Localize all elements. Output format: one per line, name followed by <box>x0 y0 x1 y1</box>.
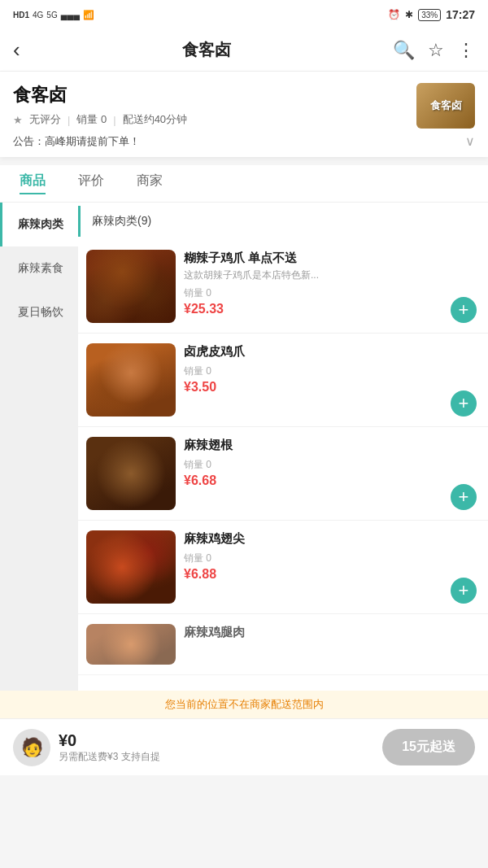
cart-note: 另需配送费¥3 支持自提 <box>59 750 160 764</box>
product-sales-1: 销量 0 <box>184 286 442 300</box>
product-info-4: 麻辣鸡翅尖 销量 0 ¥6.88 <box>184 530 442 582</box>
back-button[interactable]: ‹ <box>13 37 20 63</box>
product-image-3 <box>86 437 176 510</box>
add-button-2[interactable]: + <box>451 390 477 417</box>
product-price-2: ¥3.50 <box>184 380 442 395</box>
cart-avatar: 🧑 <box>13 729 50 766</box>
shop-name: 食客卤 <box>13 83 67 107</box>
nav-actions: 🔍 ☆ ⋮ <box>393 40 475 61</box>
tab-products[interactable]: 商品 <box>20 172 46 194</box>
add-button-4[interactable]: + <box>451 578 477 604</box>
notice-text: 公告：高峰期请提前下单！ <box>13 134 140 149</box>
battery-icon: 33% <box>418 9 441 21</box>
status-right: ⏰ ✱ 33% 17:27 <box>388 8 475 21</box>
product-image-4 <box>86 530 176 604</box>
expand-icon[interactable]: ∨ <box>465 133 475 149</box>
nav-bar: ‹ 食客卤 🔍 ☆ ⋮ <box>0 29 488 72</box>
product-name-4: 麻辣鸡翅尖 <box>184 530 442 547</box>
search-icon[interactable]: 🔍 <box>393 40 415 61</box>
product-desc-1: 这款胡辣子鸡爪是本店特色新... <box>184 268 442 282</box>
carrier-label: HD1 <box>13 11 29 20</box>
status-bar: HD1 4G 5G ▄▄▄ 📶 ⏰ ✱ 33% 17:27 <box>0 0 488 29</box>
product-item: 卤虎皮鸡爪 销量 0 ¥3.50 + <box>78 334 488 427</box>
product-item: 麻辣鸡翅尖 销量 0 ¥6.88 + <box>78 521 488 614</box>
checkout-button[interactable]: 15元起送 <box>382 729 475 765</box>
alarm-icon: ⏰ <box>388 9 400 20</box>
product-item: 麻辣翅根 销量 0 ¥6.68 + <box>78 427 488 521</box>
shop-notice: 公告：高峰期请提前下单！ ∨ <box>13 133 475 149</box>
product-name-5: 麻辣鸡腿肉 <box>184 624 477 640</box>
cart-person-icon: 🧑 <box>21 737 43 758</box>
cart-price: ¥0 <box>59 731 160 750</box>
product-item: 麻辣鸡腿肉 <box>78 614 488 675</box>
product-price-3: ¥6.68 <box>184 473 442 488</box>
network-5g: 5G <box>46 11 57 20</box>
network-4g: 4G <box>33 11 43 20</box>
shop-thumbnail: 食客卤 <box>416 83 475 129</box>
product-info-1: 糊辣子鸡爪 单点不送 这款胡辣子鸡爪是本店特色新... 销量 0 ¥25.33 <box>184 250 442 316</box>
product-name-3: 麻辣翅根 <box>184 437 442 453</box>
product-sales-3: 销量 0 <box>184 458 442 472</box>
star-icon: ★ <box>13 114 23 126</box>
add-button-3[interactable]: + <box>451 484 477 510</box>
tab-reviews[interactable]: 评价 <box>78 172 104 194</box>
main-content: 麻辣肉类 麻辣素食 夏日畅饮 麻辣肉类(9) 糊辣子鸡爪 单点不送 这款胡辣子鸡… <box>0 203 488 691</box>
bottom-notice: 您当前的位置不在商家配送范围内 <box>0 691 488 718</box>
tab-bar: 商品 评价 商家 <box>0 165 488 203</box>
add-button-1[interactable]: + <box>451 297 477 323</box>
product-list: 麻辣肉类(9) 糊辣子鸡爪 单点不送 这款胡辣子鸡爪是本店特色新... 销量 0… <box>78 203 488 691</box>
notice-text: 您当前的位置不在商家配送范围内 <box>165 698 324 710</box>
time-display: 17:27 <box>446 8 475 21</box>
status-left: HD1 4G 5G ▄▄▄ 📶 <box>13 10 94 20</box>
shop-info-card: 食客卤 食客卤 ★ 无评分 | 销量 0 | 配送约40分钟 公告：高峰期请提前… <box>0 72 488 157</box>
product-info-3: 麻辣翅根 销量 0 ¥6.68 <box>184 437 442 488</box>
rating-text: 无评分 <box>29 112 61 127</box>
product-image-1 <box>86 250 176 323</box>
sidebar-item-summer-drink[interactable]: 夏日畅饮 <box>0 290 78 334</box>
product-name-1: 糊辣子鸡爪 单点不送 <box>184 250 442 266</box>
product-info-2: 卤虎皮鸡爪 销量 0 ¥3.50 <box>184 343 442 395</box>
shop-meta: ★ 无评分 | 销量 0 | 配送约40分钟 <box>13 112 475 127</box>
sales-text: 销量 0 <box>76 112 107 127</box>
nav-title: 食客卤 <box>182 39 231 61</box>
bluetooth-icon: ✱ <box>405 9 413 20</box>
delivery-text: 配送约40分钟 <box>123 112 187 127</box>
bottom-bar: 🧑 ¥0 另需配送费¥3 支持自提 15元起送 <box>0 718 488 775</box>
product-info-5: 麻辣鸡腿肉 <box>184 624 477 640</box>
product-sales-2: 销量 0 <box>184 364 442 378</box>
product-image-2 <box>86 343 176 417</box>
product-price-4: ¥6.88 <box>184 567 442 582</box>
shop-name-row: 食客卤 <box>13 83 475 107</box>
tab-merchant[interactable]: 商家 <box>137 172 163 194</box>
sidebar-item-spicy-veg[interactable]: 麻辣素食 <box>0 246 78 290</box>
product-item: 糊辣子鸡爪 单点不送 这款胡辣子鸡爪是本店特色新... 销量 0 ¥25.33 … <box>78 240 488 334</box>
product-price-1: ¥25.33 <box>184 302 442 316</box>
favorite-icon[interactable]: ☆ <box>428 40 444 61</box>
wifi-icon: 📶 <box>83 10 94 20</box>
cart-area: 🧑 ¥0 另需配送费¥3 支持自提 <box>13 729 160 766</box>
cart-price-area: ¥0 另需配送费¥3 支持自提 <box>59 731 160 764</box>
sidebar-item-spicy-meat[interactable]: 麻辣肉类 <box>0 203 78 246</box>
sidebar: 麻辣肉类 麻辣素食 夏日畅饮 <box>0 203 78 691</box>
product-sales-4: 销量 0 <box>184 552 442 565</box>
signal-bars: ▄▄▄ <box>61 10 80 20</box>
category-header: 麻辣肉类(9) <box>78 206 488 237</box>
product-name-2: 卤虎皮鸡爪 <box>184 343 442 360</box>
product-image-5 <box>86 624 176 665</box>
more-icon[interactable]: ⋮ <box>457 40 475 61</box>
